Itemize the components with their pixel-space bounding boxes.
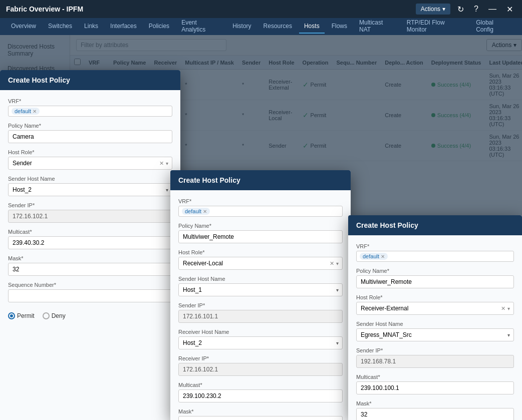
policy-name-label: Policy Name* (8, 123, 172, 129)
multicast-group-c: Multicast* (178, 382, 343, 402)
mask-label: Mask* (8, 255, 172, 261)
policy-name-label-r: Policy Name* (356, 268, 514, 274)
vrf-tag-input[interactable]: default ✕ (8, 106, 172, 117)
dialog-left-body: VRF* default ✕ Policy Name* Host Role* (0, 90, 180, 420)
host-role-input[interactable] (8, 157, 172, 170)
sender-host-name-select[interactable]: Host_2 (8, 183, 172, 196)
sender-ip-input-r[interactable] (356, 355, 514, 368)
policy-name-input-c[interactable] (178, 230, 343, 243)
permit-label[interactable]: Permit (8, 312, 35, 319)
sender-host-name-group-r: Sender Host Name Egress_MNAT_Src ▾ (356, 321, 514, 341)
mask-input-c[interactable] (178, 416, 343, 420)
dialog-right-header: Create Host Policy (348, 215, 522, 235)
title-bar-controls: Actions ▾ ↻ ? — ✕ (416, 4, 516, 15)
vrf-tag-remove[interactable]: ✕ (33, 109, 37, 114)
vrf-label: VRF* (8, 98, 172, 104)
multicast-input-r[interactable] (356, 381, 514, 394)
nav-switches[interactable]: Switches (43, 20, 77, 34)
multicast-label: Multicast* (8, 229, 172, 235)
refresh-button[interactable]: ↻ (454, 4, 467, 15)
multicast-group-r: Multicast* (356, 374, 514, 394)
host-role-arrow-r[interactable]: ▾ (507, 306, 510, 311)
multicast-label-r: Multicast* (356, 374, 514, 380)
multicast-input[interactable] (8, 236, 172, 249)
policy-name-input-r[interactable] (356, 275, 514, 288)
nav-policies[interactable]: Policies (144, 20, 174, 34)
vrf-label-r: VRF* (356, 243, 514, 249)
host-role-clear-c[interactable]: ✕ (330, 260, 334, 267)
host-role-controls-r: ✕ ▾ (501, 305, 510, 312)
vrf-tag-remove-r[interactable]: ✕ (381, 254, 385, 259)
host-role-arrow-c[interactable]: ▾ (336, 261, 339, 266)
host-role-wrapper-c: ✕ ▾ (178, 257, 343, 270)
multicast-input-c[interactable] (178, 389, 343, 402)
mask-group: Mask* (8, 255, 172, 276)
mask-input-r[interactable] (356, 408, 514, 420)
deny-radio[interactable] (43, 312, 50, 319)
receiver-ip-input-c[interactable] (178, 363, 343, 376)
sender-ip-input[interactable] (8, 210, 172, 223)
host-role-group-r: Host Role* ✕ ▾ (356, 294, 514, 315)
nav-bar: Overview Switches Links Interfaces Polic… (0, 18, 522, 35)
seq-num-group: Sequence Number* (8, 282, 172, 302)
policy-name-input[interactable] (8, 130, 172, 143)
nav-resources[interactable]: Resources (258, 20, 297, 34)
receiver-host-name-group-c: Receiver Host Name Host_2 ▾ (178, 329, 343, 349)
vrf-tag-c: default ✕ (182, 208, 210, 215)
actions-button[interactable]: Actions ▾ (416, 4, 450, 15)
nav-global-config[interactable]: Global Config (471, 16, 516, 37)
nav-links[interactable]: Links (79, 20, 103, 34)
vrf-tag-input-c[interactable]: default ✕ (178, 206, 343, 217)
sender-host-name-wrapper-c: Host_1 ▾ (178, 283, 343, 296)
sender-ip-input-c[interactable] (178, 310, 343, 323)
sender-ip-group-r: Sender IP* (356, 347, 514, 368)
sender-host-name-label-r: Sender Host Name (356, 321, 514, 327)
seq-num-input[interactable] (8, 289, 172, 302)
app-title: Fabric Overview - IPFM (6, 5, 83, 13)
deny-label[interactable]: Deny (43, 312, 66, 319)
nav-interfaces[interactable]: Interfaces (105, 20, 142, 34)
host-role-controls-c: ✕ ▾ (330, 260, 339, 267)
permit-radio[interactable] (8, 312, 15, 319)
policy-name-group: Policy Name* (8, 123, 172, 143)
sender-host-name-select-r[interactable]: Egress_MNAT_Src (356, 328, 514, 341)
help-button[interactable]: ? (471, 4, 481, 15)
sender-ip-group: Sender IP* (8, 202, 172, 223)
minimize-button[interactable]: — (485, 4, 499, 15)
receiver-host-name-select-c[interactable]: Host_2 (178, 336, 343, 349)
nav-history[interactable]: History (227, 20, 256, 34)
nav-event-analytics[interactable]: Event Analytics (176, 16, 225, 37)
nav-hosts[interactable]: Hosts (299, 20, 325, 34)
host-role-clear-r[interactable]: ✕ (501, 305, 505, 312)
nav-rtp-edi[interactable]: RTP/EDI Flow Monitor (402, 16, 469, 37)
permit-deny-group: Permit Deny (8, 308, 172, 323)
vrf-tag-input-r[interactable]: default ✕ (356, 251, 514, 262)
vrf-tag-r: default ✕ (360, 253, 388, 260)
create-host-policy-dialog-left: Create Host Policy VRF* default ✕ Policy… (0, 70, 180, 420)
host-role-wrapper: ✕ ▾ (8, 157, 172, 170)
close-button[interactable]: ✕ (503, 4, 516, 15)
vrf-label-c: VRF* (178, 198, 343, 204)
nav-overview[interactable]: Overview (6, 20, 41, 34)
multicast-group: Multicast* (8, 229, 172, 249)
receiver-ip-group-c: Receiver IP* (178, 355, 343, 376)
host-role-label-r: Host Role* (356, 294, 514, 300)
host-role-input-r[interactable] (356, 302, 514, 315)
nav-multicast-nat[interactable]: Multicast NAT (354, 16, 400, 37)
host-role-group-c: Host Role* ✕ ▾ (178, 249, 343, 270)
create-host-policy-dialog-right: Create Host Policy VRF* default ✕ Policy… (348, 215, 522, 420)
policy-name-group-c: Policy Name* (178, 223, 343, 243)
sender-host-name-select-c[interactable]: Host_1 (178, 283, 343, 296)
mask-input[interactable] (8, 263, 172, 276)
policy-name-group-r: Policy Name* (356, 268, 514, 288)
vrf-tag-remove-c[interactable]: ✕ (203, 209, 207, 214)
host-role-clear[interactable]: ✕ (159, 160, 164, 167)
sender-host-name-group: Sender Host Name Host_2 ▾ (8, 176, 172, 196)
nav-flows[interactable]: Flows (327, 20, 352, 34)
host-role-input-c[interactable] (178, 257, 343, 270)
host-role-wrapper-r: ✕ ▾ (356, 302, 514, 315)
sender-ip-label: Sender IP* (8, 202, 172, 208)
policy-name-label-c: Policy Name* (178, 223, 343, 229)
sender-host-name-wrapper-r: Egress_MNAT_Src ▾ (356, 328, 514, 341)
host-role-arrow[interactable]: ▾ (166, 161, 168, 166)
